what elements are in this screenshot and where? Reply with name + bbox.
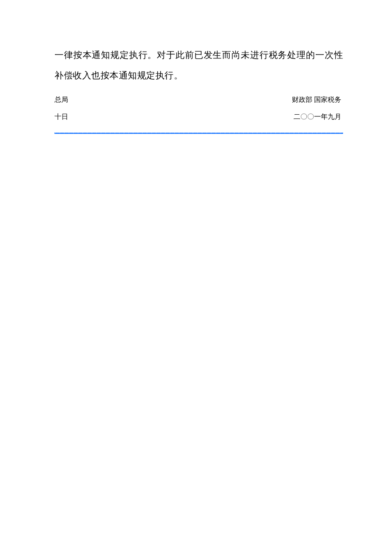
document-page: 一律按本通知规定执行。对于此前已发生而尚未进行税务处理的一次性补偿收入也按本通知… <box>0 0 392 134</box>
signature-row-1: 总局 财政部 国家税务 <box>55 94 343 106</box>
signature-left-1: 总局 <box>55 94 68 106</box>
signature-right-2: 二〇〇一年九月 <box>294 111 343 123</box>
horizontal-divider <box>55 133 343 134</box>
signature-block: 总局 财政部 国家税务 十日 二〇〇一年九月 <box>55 94 343 124</box>
signature-row-2: 十日 二〇〇一年九月 <box>55 111 343 123</box>
signature-right-1: 财政部 国家税务 <box>292 94 343 106</box>
signature-left-2: 十日 <box>55 111 68 123</box>
body-paragraph: 一律按本通知规定执行。对于此前已发生而尚未进行税务处理的一次性补偿收入也按本通知… <box>55 45 343 86</box>
